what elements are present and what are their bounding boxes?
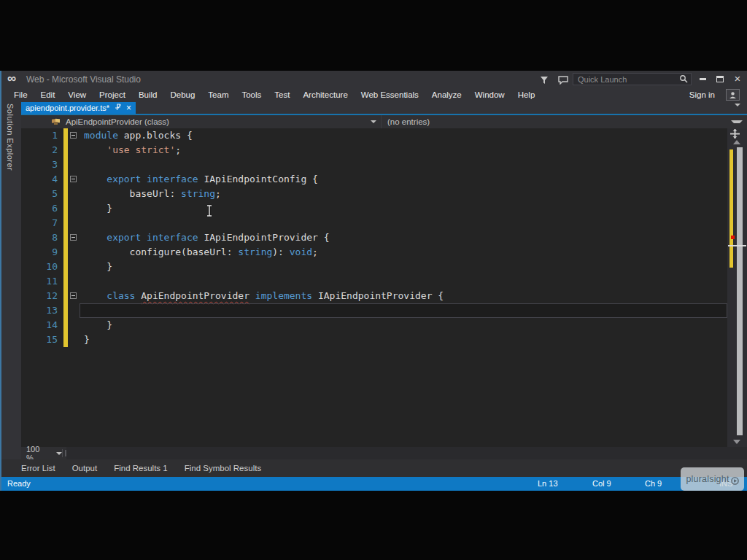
code-line[interactable]: baseUrl: string; xyxy=(80,187,727,201)
line-number: 3 xyxy=(21,158,63,172)
code-line[interactable]: class ApiEndpointProvider implements IAp… xyxy=(80,289,727,303)
pin-icon[interactable] xyxy=(115,104,122,112)
search-icon xyxy=(679,73,688,86)
menu-item-help[interactable]: Help xyxy=(511,90,542,99)
feedback-icon[interactable] xyxy=(558,74,568,88)
minimize-button[interactable] xyxy=(696,74,709,84)
code-line[interactable]: } xyxy=(80,260,727,274)
code-area[interactable]: module app.blocks { 'use strict'; export… xyxy=(80,128,727,447)
line-number: 2 xyxy=(21,143,63,158)
menu-item-window[interactable]: Window xyxy=(468,90,511,99)
menu-item-web-essentials[interactable]: Web Essentials xyxy=(355,90,425,99)
maximize-button[interactable] xyxy=(713,74,727,84)
menu-items: FileEditViewProjectBuildDebugTeamToolsTe… xyxy=(7,90,541,99)
menu-item-tools[interactable]: Tools xyxy=(235,90,268,99)
file-tab-label: apiendpoint.provider.ts* xyxy=(26,104,109,112)
notifications-filter-icon[interactable] xyxy=(540,74,549,88)
status-char-number: Ch 9 xyxy=(645,479,662,488)
panel-tab-find-symbol-results[interactable]: Find Symbol Results xyxy=(185,464,261,472)
editor-bottom-bar: 100 % xyxy=(21,447,747,459)
code-token xyxy=(141,232,147,243)
visual-studio-logo-icon: ∞ xyxy=(7,71,16,86)
line-number: 13 xyxy=(21,303,63,318)
scroll-up-arrow-icon[interactable] xyxy=(733,140,740,144)
scroll-down-arrow-icon[interactable] xyxy=(733,440,740,444)
code-line[interactable]: 'use strict'; xyxy=(80,143,727,158)
code-line[interactable]: export interface IApiEndpointProvider { xyxy=(80,230,727,245)
code-token: IApiEndpointProvider { xyxy=(312,290,444,301)
visual-studio-window: ∞ Web - Microsoft Visual Studio Quick La… xyxy=(0,71,747,491)
split-window-handle-icon[interactable] xyxy=(730,129,740,141)
status-column-number: Col 9 xyxy=(592,479,611,488)
fold-collapse-icon[interactable] xyxy=(70,292,77,299)
code-token: } xyxy=(84,334,90,345)
user-avatar-button[interactable] xyxy=(726,89,740,101)
code-line[interactable] xyxy=(80,158,727,172)
code-line-current[interactable] xyxy=(80,303,727,318)
menu-item-architecture[interactable]: Architecture xyxy=(296,90,354,99)
panel-tab-find-results-1[interactable]: Find Results 1 xyxy=(114,464,168,472)
fold-collapse-icon[interactable] xyxy=(70,234,77,241)
code-token: ; xyxy=(175,144,181,155)
menu-item-edit[interactable]: Edit xyxy=(34,90,62,99)
code-line[interactable] xyxy=(80,216,727,230)
code-line[interactable]: module app.blocks { xyxy=(80,128,727,143)
member-dropdown[interactable]: (no entries) xyxy=(381,115,747,128)
close-button[interactable]: × xyxy=(731,74,744,84)
scope-dropdown-caret-icon xyxy=(371,120,376,123)
code-line[interactable] xyxy=(80,274,727,289)
menu-item-file[interactable]: File xyxy=(7,90,34,99)
code-token-error: ApiEndpointProvider xyxy=(141,290,249,301)
mouse-text-cursor xyxy=(205,204,214,220)
track-changes-bar xyxy=(63,128,68,347)
member-dropdown-caret-icon xyxy=(731,120,743,123)
code-editor[interactable]: 123456789101112131415 module app.blocks … xyxy=(21,128,747,447)
navigation-bar: ApiEndpointProvider (class) (no entries) xyxy=(21,115,747,128)
line-number: 7 xyxy=(21,216,63,230)
window-title: Web - Microsoft Visual Studio xyxy=(26,74,141,85)
menu-item-analyze[interactable]: Analyze xyxy=(425,90,468,99)
code-line[interactable]: export interface IApiEndpointConfig { xyxy=(80,172,727,187)
menu-item-team[interactable]: Team xyxy=(201,90,235,99)
status-bar: Ready Ln 13 Col 9 Ch 9 INS xyxy=(1,477,747,491)
horizontal-scrollbar[interactable] xyxy=(66,447,747,459)
scope-dropdown-label: ApiEndpointProvider (class) xyxy=(66,117,169,126)
code-line[interactable]: configure(baseUrl: string): void; xyxy=(80,245,727,260)
code-token: baseUrl: xyxy=(84,188,181,199)
code-line[interactable]: } xyxy=(80,201,727,216)
quick-launch-placeholder: Quick Launch xyxy=(573,75,679,84)
solution-explorer-tab[interactable]: Solution Explorer xyxy=(6,104,15,171)
code-token: IApiEndpointProvider { xyxy=(198,232,330,243)
fold-collapse-icon[interactable] xyxy=(70,176,77,182)
panel-tab-output[interactable]: Output xyxy=(72,464,98,472)
tab-close-icon[interactable]: × xyxy=(126,104,131,112)
quick-launch-box[interactable]: Quick Launch xyxy=(573,73,692,85)
code-token: string xyxy=(181,188,215,199)
line-number: 11 xyxy=(21,274,63,289)
scrollbar-thumb[interactable] xyxy=(737,147,743,435)
code-token: implements xyxy=(255,290,312,301)
menu-item-debug[interactable]: Debug xyxy=(163,90,201,99)
scrollbar-caret-marker xyxy=(728,245,746,246)
scope-dropdown[interactable]: ApiEndpointProvider (class) xyxy=(21,115,381,128)
menu-item-build[interactable]: Build xyxy=(132,90,164,99)
menu-item-test[interactable]: Test xyxy=(268,90,296,99)
line-number: 8 xyxy=(21,230,63,245)
file-tab-active[interactable]: apiendpoint.provider.ts* × xyxy=(21,102,136,114)
line-number-gutter: 123456789101112131415 xyxy=(21,128,63,447)
fold-collapse-icon[interactable] xyxy=(70,132,77,139)
vertical-scrollbar[interactable] xyxy=(727,128,747,447)
scrollbar-track[interactable] xyxy=(727,147,747,437)
panel-tab-error-list[interactable]: Error List xyxy=(21,464,55,472)
title-bar: ∞ Web - Microsoft Visual Studio Quick La… xyxy=(1,71,747,88)
line-number: 6 xyxy=(21,201,63,216)
code-token xyxy=(84,174,107,184)
code-line[interactable]: } xyxy=(80,332,727,347)
code-line[interactable]: } xyxy=(80,318,727,332)
sign-in-link[interactable]: Sign in xyxy=(689,90,715,99)
line-number: 10 xyxy=(21,260,63,274)
menu-item-view[interactable]: View xyxy=(61,90,93,99)
menu-item-project[interactable]: Project xyxy=(93,90,132,99)
code-token: app.blocks { xyxy=(118,130,193,141)
pluralsight-watermark: pluralsight xyxy=(681,467,744,491)
